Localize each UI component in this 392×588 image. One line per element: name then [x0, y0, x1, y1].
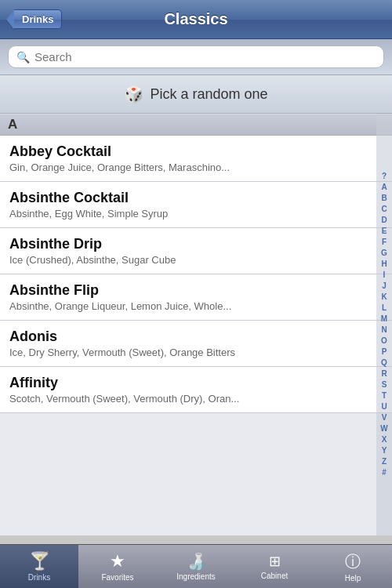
drink-name: Absinthe Drip: [9, 236, 353, 252]
alpha-letter-b[interactable]: B: [380, 193, 387, 204]
alpha-letters: ?ABCDEFGHIJKLMNOPQRSTUVWXYZ#: [380, 171, 387, 478]
search-container: 🔍: [8, 45, 384, 68]
drink-ingredients: Ice, Dry Sherry, Vermouth (Sweet), Orang…: [9, 347, 353, 358]
alpha-letter-m[interactable]: M: [380, 314, 387, 325]
alpha-letter-w[interactable]: W: [380, 423, 387, 434]
alphabet-sidebar: ?ABCDEFGHIJKLMNOPQRSTUVWXYZ#: [376, 114, 392, 535]
drink-ingredients: Gin, Orange Juice, Orange Bitters, Maras…: [9, 162, 353, 173]
alpha-letter-h[interactable]: H: [380, 259, 387, 270]
random-button[interactable]: 🎲 Pick a random one: [0, 75, 392, 114]
drink-name: Absinthe Cocktail: [9, 190, 353, 206]
search-bar: 🔍: [0, 39, 392, 75]
drink-ingredients: Absinthe, Orange Liqueur, Lemon Juice, W…: [9, 300, 353, 312]
alpha-letter-u[interactable]: U: [380, 401, 387, 412]
navigation-bar: Drinks Classics: [0, 0, 392, 39]
tab-drinks-label: Drinks: [28, 573, 50, 582]
alpha-letter-f[interactable]: F: [380, 237, 387, 248]
tab-ingredients[interactable]: 🍶 Ingredients: [157, 545, 235, 588]
tab-help[interactable]: ⓘ Help: [314, 545, 392, 588]
section-header-a: A: [0, 114, 392, 136]
alpha-letter-v[interactable]: V: [380, 412, 387, 423]
drinks-tab-icon: 🍸: [29, 551, 50, 572]
drink-ingredients: Ice (Crushed), Absinthe, Sugar Cube: [9, 254, 353, 266]
tab-ingredients-label: Ingredients: [176, 572, 215, 581]
drink-item[interactable]: Adonis Ice, Dry Sherry, Vermouth (Sweet)…: [0, 321, 392, 367]
tab-help-label: Help: [345, 574, 361, 583]
alpha-letter-#[interactable]: #: [380, 467, 387, 478]
alpha-letter-c[interactable]: C: [380, 204, 387, 215]
alpha-letter-a[interactable]: A: [380, 182, 387, 193]
random-label: Pick a random one: [150, 86, 267, 103]
alpha-letter-i[interactable]: I: [380, 270, 387, 281]
drink-item[interactable]: Absinthe Drip Ice (Crushed), Absinthe, S…: [0, 228, 392, 274]
ingredients-tab-icon: 🍶: [187, 552, 206, 571]
drink-item[interactable]: Affinity Scotch, Vermouth (Sweet), Vermo…: [0, 367, 392, 413]
alpha-letter-z[interactable]: Z: [380, 456, 387, 467]
alpha-letter-g[interactable]: G: [380, 248, 387, 259]
favorites-tab-icon: ★: [110, 551, 125, 572]
alpha-letter-l[interactable]: L: [380, 303, 387, 314]
search-input[interactable]: [34, 50, 376, 64]
alpha-letter-n[interactable]: N: [380, 325, 387, 336]
alpha-letter-e[interactable]: E: [380, 226, 387, 237]
alpha-letter-r[interactable]: R: [380, 368, 387, 379]
back-button-label: Drinks: [14, 9, 62, 29]
alpha-letter-y[interactable]: Y: [380, 445, 387, 456]
drink-ingredients: Scotch, Vermouth (Sweet), Vermouth (Dry)…: [9, 393, 353, 405]
drink-item[interactable]: Absinthe Cocktail Absinthe, Egg White, S…: [0, 182, 392, 228]
alpha-letter-k[interactable]: K: [380, 292, 387, 303]
alpha-letter-o[interactable]: O: [380, 336, 387, 347]
dice-icon: 🎲: [124, 85, 143, 103]
drink-name: Adonis: [9, 328, 353, 345]
tab-drinks[interactable]: 🍸 Drinks: [0, 545, 78, 588]
alpha-letter-s[interactable]: S: [380, 379, 387, 390]
alpha-letter-j[interactable]: J: [380, 281, 387, 292]
drink-ingredients: Absinthe, Egg White, Simple Syrup: [9, 208, 353, 220]
cabinet-tab-icon: ⊞: [269, 553, 281, 570]
alpha-letter-x[interactable]: X: [380, 434, 387, 445]
drink-item[interactable]: Absinthe Flip Absinthe, Orange Liqueur, …: [0, 274, 392, 321]
search-icon: 🔍: [16, 51, 30, 64]
drink-item[interactable]: Abbey Cocktail Gin, Orange Juice, Orange…: [0, 136, 392, 182]
alpha-letter-t[interactable]: T: [380, 390, 387, 401]
tab-cabinet[interactable]: ⊞ Cabinet: [235, 545, 314, 588]
drink-name: Abbey Cocktail: [9, 143, 353, 160]
drink-name: Absinthe Flip: [9, 282, 353, 299]
tab-cabinet-label: Cabinet: [261, 572, 288, 580]
tab-favorites[interactable]: ★ Favorites: [78, 545, 157, 588]
alpha-letter-d[interactable]: D: [380, 215, 387, 226]
help-tab-icon: ⓘ: [345, 551, 361, 572]
alpha-letter-p[interactable]: P: [380, 347, 387, 358]
drink-list: A Abbey Cocktail Gin, Orange Juice, Oran…: [0, 114, 392, 535]
page-title: Classics: [164, 10, 227, 28]
alpha-letter-?[interactable]: ?: [380, 171, 387, 182]
alpha-letter-q[interactable]: Q: [380, 358, 387, 368]
back-button[interactable]: Drinks: [6, 9, 62, 30]
drink-name: Affinity: [9, 375, 353, 391]
tab-bar: 🍸 Drinks ★ Favorites 🍶 Ingredients ⊞ Cab…: [0, 544, 392, 588]
drinks-list: Abbey Cocktail Gin, Orange Juice, Orange…: [0, 136, 392, 413]
back-arrow-icon: [6, 9, 14, 30]
tab-favorites-label: Favorites: [101, 573, 133, 582]
